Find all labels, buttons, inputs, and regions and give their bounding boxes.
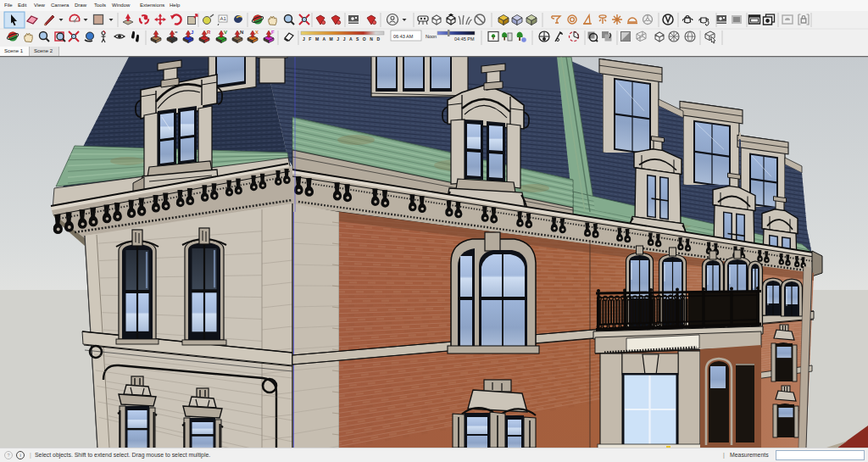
svg-text:=: = — [175, 30, 178, 35]
svg-text:N: N — [240, 30, 243, 35]
svg-text:Noon: Noon — [426, 34, 437, 39]
svg-text:J F M A M J J A S O N D: J F M A M J J A S O N D — [303, 36, 381, 42]
svg-text:X: X — [255, 30, 259, 35]
svg-text:06:43 AM: 06:43 AM — [393, 34, 414, 39]
svg-text:J: J — [191, 30, 193, 35]
svg-text:V: V — [224, 30, 227, 35]
svg-text:R: R — [207, 30, 211, 35]
svg-text:A1: A1 — [220, 16, 227, 21]
svg-text:F: F — [271, 30, 275, 35]
svg-text:04:45 PM: 04:45 PM — [454, 36, 475, 42]
